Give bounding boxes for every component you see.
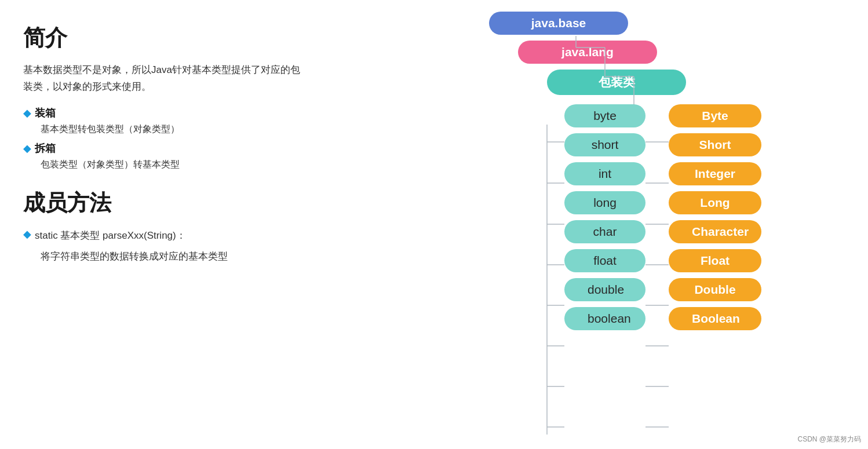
method-bullet-item: ◆ static 基本类型 parseXxx(String)： [23, 227, 307, 245]
primitive-float: float [564, 249, 645, 272]
hierarchy-top: java.base java.lang 包装类 [396, 12, 790, 95]
table-row: char Character [414, 220, 790, 243]
table-row: byte Byte [414, 104, 790, 127]
java-base-node: java.base [489, 12, 628, 35]
wrapper-double: Double [669, 278, 761, 301]
diagram: java.base java.lang 包装类 byte Byte short … [396, 12, 790, 330]
wrapper-byte: Byte [669, 104, 761, 127]
wrapper-short: Short [669, 133, 761, 156]
wrapper-long: Long [669, 191, 761, 214]
table-row: float Float [414, 249, 790, 272]
method-title: 成员方法 [23, 188, 307, 218]
primitive-long: long [564, 191, 645, 214]
table-row: long Long [414, 191, 790, 214]
java-lang-node: java.lang [518, 41, 657, 64]
primitive-boolean: boolean [564, 307, 645, 330]
boxing-label: 装箱 [35, 106, 56, 120]
method-desc: 将字符串类型的数据转换成对应的基本类型 [41, 248, 307, 266]
primitive-char: char [564, 220, 645, 243]
wrapper-int: Integer [669, 162, 761, 185]
boxing-desc: 基本类型转包装类型（对象类型） [41, 123, 307, 136]
wrapper-class-node: 包装类 [547, 70, 686, 95]
primitive-double: double [564, 278, 645, 301]
diamond-icon-2: ◆ [23, 142, 31, 155]
intro-text: 基本数据类型不是对象，所以Java针对基本类型提供了对应的包装类，以对象的形式来… [23, 62, 307, 96]
wrapper-char: Character [669, 220, 761, 243]
primitive-byte: byte [564, 104, 645, 127]
right-panel: java.base java.lang 包装类 byte Byte short … [324, 0, 868, 449]
intro-title: 简介 [23, 23, 307, 53]
table-row: int Integer [414, 162, 790, 185]
table-row: short Short [414, 133, 790, 156]
unboxing-item: ◆ 拆箱 [23, 141, 307, 155]
table-row: double Double [414, 278, 790, 301]
primitive-int: int [564, 162, 645, 185]
wrapper-float: Float [669, 249, 761, 272]
left-panel: 简介 基本数据类型不是对象，所以Java针对基本类型提供了对应的包装类，以对象的… [0, 0, 324, 449]
unboxing-desc: 包装类型（对象类型）转基本类型 [41, 159, 307, 171]
types-list: byte Byte short Short int Integer l [414, 104, 790, 330]
diamond-icon-3: ◆ [23, 228, 31, 240]
watermark: CSDN @菜菜努力码 [797, 435, 861, 444]
wrapper-boolean: Boolean [669, 307, 761, 330]
unboxing-label: 拆箱 [35, 141, 56, 155]
diamond-icon: ◆ [23, 107, 31, 119]
primitive-short: short [564, 133, 645, 156]
table-row: boolean Boolean [414, 307, 790, 330]
method-bullet: static 基本类型 parseXxx(String)： [35, 227, 186, 245]
boxing-item: ◆ 装箱 [23, 106, 307, 120]
